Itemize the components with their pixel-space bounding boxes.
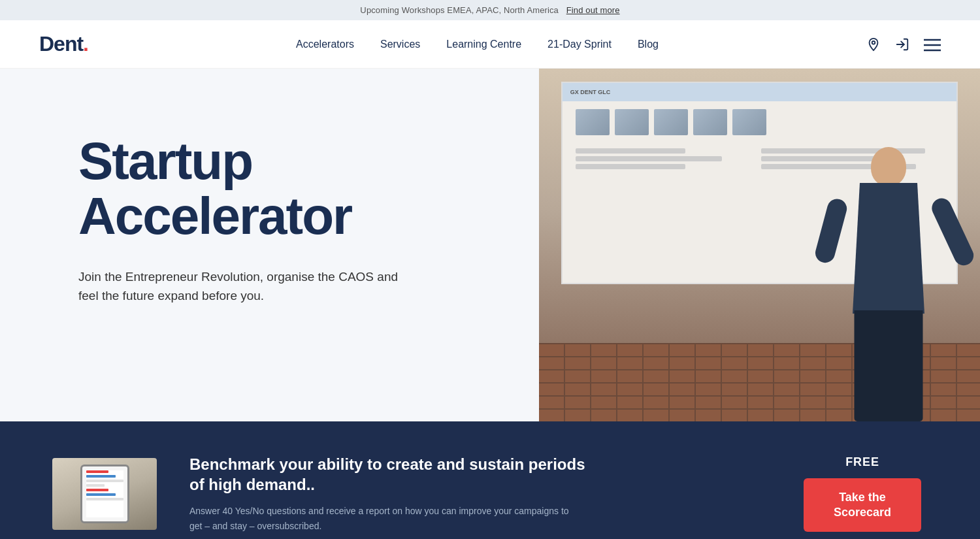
cta-heading: Benchmark your ability to create and sus… (189, 454, 595, 495)
cta-description: Answer 40 Yes/No questions and receive a… (189, 504, 581, 533)
tablet-line (86, 475, 116, 478)
wb-photo-5 (732, 109, 766, 135)
tablet-line (86, 489, 108, 491)
wb-photos-row (563, 101, 957, 143)
cta-image (52, 458, 157, 530)
logo-dot: . (83, 32, 88, 56)
hero-section: Startup Accelerator Join the Entrepreneu… (0, 69, 980, 421)
nav-accelerators[interactable]: Accelerators (296, 39, 354, 50)
tablet-line (86, 498, 123, 500)
menu-icon[interactable] (924, 37, 941, 52)
hero-image: GX DENT GLC (539, 69, 980, 421)
tablet-line (86, 493, 116, 496)
cta-text-area: Benchmark your ability to create and sus… (189, 454, 764, 533)
speaker-body (853, 183, 924, 314)
nav-services[interactable]: Services (380, 39, 420, 50)
nav-blog[interactable]: Blog (638, 39, 659, 50)
tablet-line (86, 480, 123, 482)
announcement-text: Upcoming Workshops EMEA, APAC, North Ame… (360, 5, 559, 15)
wb-line (576, 164, 685, 169)
tablet-content (86, 470, 123, 517)
wb-photo-3 (654, 109, 688, 135)
cta-action-area: FREE Take the Scorecard (797, 455, 928, 532)
take-scorecard-button[interactable]: Take the Scorecard (804, 478, 921, 532)
header-icons (866, 37, 941, 52)
cta-image-inner (52, 458, 157, 530)
speaker-pants (855, 310, 923, 421)
wb-header: GX DENT GLC (563, 83, 957, 101)
nav-21-day-sprint[interactable]: 21-Day Sprint (547, 39, 612, 50)
nav-learning-centre[interactable]: Learning Centre (446, 39, 521, 50)
location-icon[interactable] (866, 37, 881, 52)
speaker-scene: GX DENT GLC (539, 69, 980, 421)
svg-point-0 (872, 41, 875, 44)
speaker-arm-right (928, 195, 977, 269)
hero-content: Startup Accelerator Join the Entrepreneu… (0, 69, 539, 358)
cta-free-label: FREE (797, 455, 928, 469)
speaker-head (871, 147, 906, 186)
tablet-line (86, 484, 105, 487)
wb-line (576, 156, 722, 161)
wb-photo-2 (615, 109, 649, 135)
login-icon[interactable] (895, 37, 909, 52)
logo-text: Dent (39, 32, 83, 56)
tablet-line (86, 470, 108, 473)
announcement-bar: Upcoming Workshops EMEA, APAC, North Ame… (0, 0, 980, 20)
main-nav: Accelerators Services Learning Centre 21… (296, 39, 659, 50)
logo[interactable]: Dent. (39, 32, 88, 56)
find-out-more-link[interactable]: Find out more (566, 5, 620, 15)
wb-photo-1 (576, 109, 610, 135)
wb-line (576, 148, 685, 154)
site-header: Dent. Accelerators Services Learning Cen… (0, 20, 980, 69)
cta-section: Benchmark your ability to create and sus… (0, 421, 980, 539)
speaker-figure (823, 147, 954, 421)
wb-photo-4 (693, 109, 727, 135)
tablet-mockup (80, 465, 129, 523)
hero-title: Startup Accelerator (78, 134, 500, 244)
hero-subtitle: Join the Entrepreneur Revolution, organi… (78, 267, 418, 306)
